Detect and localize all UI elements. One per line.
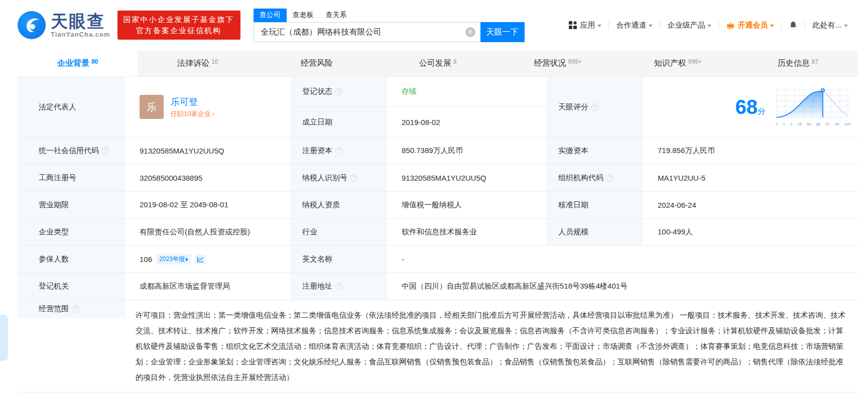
tab-legal-proceedings[interactable]: 法律诉讼10: [138, 50, 258, 76]
search-area: 查公司 查老板 查关系 ✕ 天眼一下: [254, 8, 525, 42]
reg-status-value: 存续: [387, 77, 547, 107]
field-label-score: 天眼评分?: [547, 77, 643, 137]
help-icon[interactable]: ?: [591, 103, 599, 111]
field-label-paid-capital: 实缴资本: [547, 138, 643, 164]
menu-vip-upgrade[interactable]: 开通会员: [726, 21, 774, 30]
approval-date-value: 2024-06-24: [643, 192, 858, 218]
tianyancha-logo-icon: [18, 11, 46, 39]
insured-count-cell: 106 2023年报: [125, 246, 291, 273]
help-icon[interactable]: ?: [335, 283, 343, 290]
arrow-right-icon: [186, 257, 188, 261]
tianyancha-logo[interactable]: 天眼查 TianYanCha.com: [18, 11, 110, 39]
tab-operating-status[interactable]: 经营状况999+: [498, 50, 618, 76]
trend-chart-icon[interactable]: [195, 254, 206, 264]
menu-partner-channel[interactable]: 合作通道: [616, 21, 653, 30]
tab-intellectual-property[interactable]: 知识产权999+: [618, 50, 738, 76]
taxpayer-quality-value: 增值税一般纳税人: [387, 192, 547, 218]
field-label-reg-capital: 注册资本?: [291, 138, 387, 164]
field-label-establish-date: 成立日期: [291, 107, 387, 137]
reg-capital-value: 850.7389万人民币: [387, 138, 547, 164]
reg-address-value: 中国（四川）自由贸易试验区成都高新区盛兴街518号39栋4楼401号: [387, 273, 858, 300]
field-label-legal-rep: 法定代表人: [18, 77, 125, 137]
tab-history-info[interactable]: 历史信息87: [738, 50, 858, 76]
english-name-value: -: [387, 246, 858, 273]
crown-icon: [726, 21, 735, 30]
menu-enterprise-products[interactable]: 企业级产品: [667, 21, 711, 30]
field-label-insured-count: 参保人数: [18, 246, 125, 273]
clear-search-icon[interactable]: ✕: [465, 27, 475, 37]
table-row: 营业期限 2019-08-02 至 2049-08-01 纳税人资质 增值税一般…: [18, 192, 858, 219]
divider: [805, 21, 805, 29]
table-row: 工商注册号 320585000438895 纳税人识别号? 91320585MA…: [18, 165, 858, 192]
chevron-down-icon: [597, 25, 601, 27]
chevron-down-icon: [844, 25, 848, 27]
chevron-down-icon: [707, 25, 711, 27]
field-label-reg-address: 注册地址?: [291, 273, 387, 300]
staff-size-value: 100-499人: [643, 219, 858, 245]
annual-report-chip[interactable]: 2023年报: [156, 254, 191, 264]
tab-operational-risk[interactable]: 经营风险: [258, 50, 378, 76]
table-row: 登记机关 成都高新区市场监督管理局 注册地址? 中国（四川）自由贸易试验区成都高…: [18, 273, 858, 300]
badge-line2: 官方备案企业征信机构: [123, 25, 234, 36]
table-row: 法定代表人 乐 乐可登 任职10家企业 › 登记状态? 存续 成立日期 2019…: [18, 77, 858, 138]
help-icon[interactable]: ?: [72, 305, 79, 313]
business-scope-value: 许可项目：营业性演出；第一类增值电信业务；第二类增值电信业务（依法须经批准的项目…: [125, 300, 858, 392]
divider: [718, 21, 719, 29]
help-icon[interactable]: ?: [335, 88, 343, 95]
floating-side-widget[interactable]: [0, 315, 8, 361]
field-label-credit-code: 统一社会信用代码?: [18, 138, 125, 164]
field-label-taxpayer-quality: 纳税人资质: [291, 192, 387, 218]
help-icon[interactable]: ?: [350, 174, 358, 182]
notifications-button[interactable]: [789, 21, 798, 30]
taxpayer-id-value: 91320585MA1YU2UU5Q: [387, 165, 547, 191]
field-label-business-scope: 经营范围?: [18, 300, 125, 318]
legal-rep-cell: 乐 乐可登 任职10家企业 ›: [125, 77, 291, 137]
search-tab-boss[interactable]: 查老板: [287, 9, 320, 22]
top-menu: 应用 合作通道 企业级产品 开通会员 此处有...: [568, 21, 848, 30]
company-section-tabs: 企业背景90 法律诉讼10 经营风险 公司发展8 经营状况999+ 知识产权99…: [18, 50, 858, 76]
help-icon[interactable]: ?: [606, 174, 614, 182]
field-label-org-code: 组织机构代码?: [547, 165, 643, 191]
tab-company-development[interactable]: 公司发展8: [378, 50, 498, 76]
company-info-table: 法定代表人 乐 乐可登 任职10家企业 › 登记状态? 存续 成立日期 2019…: [18, 76, 858, 392]
search-button[interactable]: 天眼一下: [480, 22, 525, 42]
search-tab-company[interactable]: 查公司: [254, 9, 287, 22]
score-value[interactable]: 68分: [735, 96, 766, 118]
legal-rep-positions-link[interactable]: 任职10家企业 ›: [171, 109, 214, 118]
reg-authority-value: 成都高新区市场监督管理局: [125, 273, 291, 300]
avatar[interactable]: 乐: [140, 95, 164, 119]
field-label-approval-date: 核准日期: [547, 192, 643, 218]
insured-count-value: 106: [140, 255, 152, 263]
field-label-reg-status: 登记状态?: [291, 77, 387, 107]
search-tabs: 查公司 查老板 查关系: [254, 8, 525, 22]
legal-rep-name-link[interactable]: 乐可登: [171, 96, 214, 108]
paid-capital-value: 719.856万人民币: [643, 138, 858, 164]
brand-name: 天眼查: [51, 13, 110, 30]
menu-more[interactable]: 此处有...: [812, 21, 848, 30]
chevron-down-icon: [770, 25, 774, 27]
search-input[interactable]: [254, 22, 480, 42]
industry-value: 软件和信息技术服务业: [387, 219, 547, 245]
page-header: 天眼查 TianYanCha.com 国家中小企业发展子基金旗下 官方备案企业征…: [0, 0, 868, 50]
table-row: 参保人数 106 2023年报 英文名称 -: [18, 246, 858, 273]
search-tab-relation[interactable]: 查关系: [320, 9, 353, 22]
badge-line1: 国家中小企业发展子基金旗下: [123, 14, 234, 25]
table-row: 统一社会信用代码? 91320585MA1YU2UU5Q 注册资本? 850.7…: [18, 138, 858, 165]
help-icon[interactable]: ?: [335, 147, 343, 155]
divider: [781, 21, 782, 29]
gov-certification-badge: 国家中小企业发展子基金旗下 官方备案企业征信机构: [117, 11, 240, 40]
score-distribution-chart[interactable]: 0131550859799100: [775, 88, 851, 126]
help-icon[interactable]: ?: [102, 147, 109, 155]
tab-company-background[interactable]: 企业背景90: [18, 50, 138, 76]
divider: [608, 21, 609, 29]
table-row: 企业类型 有限责任公司(自然人投资或控股) 行业 软件和信息技术服务业 人员规模…: [18, 219, 858, 246]
field-label-reg-number: 工商注册号: [18, 165, 125, 191]
score-chart-ticks: 0131550859799100: [775, 121, 851, 126]
menu-apps[interactable]: 应用: [568, 21, 601, 30]
brand-domain: TianYanCha.com: [51, 31, 110, 38]
reg-number-value: 320585000438895: [125, 165, 291, 191]
field-label-business-term: 营业期限: [18, 192, 125, 218]
establish-date-value: 2019-08-02: [387, 107, 547, 137]
chevron-down-icon: [649, 25, 653, 27]
field-label-company-type: 企业类型: [18, 219, 125, 245]
